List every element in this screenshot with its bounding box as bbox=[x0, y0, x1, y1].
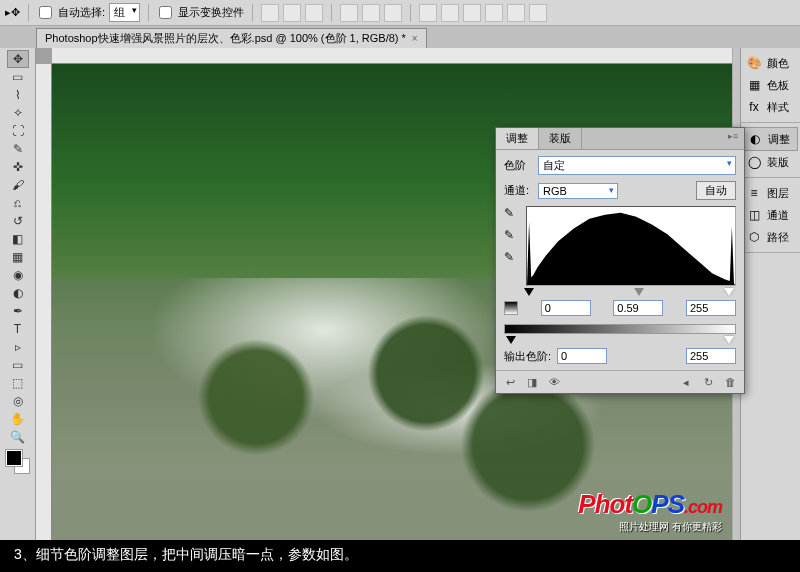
divider bbox=[28, 4, 29, 22]
align-icon[interactable] bbox=[362, 4, 380, 22]
hand-tool[interactable]: ✋ bbox=[7, 410, 29, 428]
clip-layer-icon[interactable]: ◨ bbox=[524, 375, 540, 389]
channels-panel-tab[interactable]: ◫通道 bbox=[743, 204, 798, 226]
lasso-tool[interactable]: ⌇ bbox=[7, 86, 29, 104]
input-white-field[interactable] bbox=[686, 300, 736, 316]
heal-tool[interactable]: ✜ bbox=[7, 158, 29, 176]
levels-panel[interactable]: 调整 装版 ▸≡ 色阶 自定 通道: RGB 自动 ✎ ✎ ✎ bbox=[495, 127, 745, 394]
clip-icon[interactable] bbox=[504, 301, 518, 315]
levels-body: 色阶 自定 通道: RGB 自动 ✎ ✎ ✎ bbox=[496, 150, 744, 370]
out-black-slider[interactable] bbox=[506, 336, 516, 344]
move-tool-icon: ▸✥ bbox=[4, 5, 20, 21]
path-tool[interactable]: ▹ bbox=[7, 338, 29, 356]
type-tool[interactable]: T bbox=[7, 320, 29, 338]
brush-tool[interactable]: 🖌 bbox=[7, 176, 29, 194]
masks-panel-tab[interactable]: ◯装版 bbox=[743, 151, 798, 173]
distribute-icon[interactable] bbox=[463, 4, 481, 22]
color-swatch[interactable] bbox=[6, 450, 30, 474]
distribute-icon[interactable] bbox=[507, 4, 525, 22]
paths-panel-tab[interactable]: ⬡路径 bbox=[743, 226, 798, 248]
show-transform-checkbox[interactable] bbox=[159, 6, 172, 19]
distribute-icon[interactable] bbox=[529, 4, 547, 22]
fg-color[interactable] bbox=[6, 450, 22, 466]
auto-select-dropdown[interactable]: 组 bbox=[109, 3, 140, 22]
align-icon[interactable] bbox=[283, 4, 301, 22]
layers-icon: ≡ bbox=[745, 185, 763, 201]
zoom-tool[interactable]: 🔍 bbox=[7, 428, 29, 446]
distribute-icon[interactable] bbox=[441, 4, 459, 22]
auto-button[interactable]: 自动 bbox=[696, 181, 736, 200]
align-icon[interactable] bbox=[384, 4, 402, 22]
color-panel-group: 🎨颜色 ▦色板 fx样式 bbox=[741, 48, 800, 123]
trash-icon[interactable]: 🗑 bbox=[722, 375, 738, 389]
visibility-icon[interactable]: 👁 bbox=[546, 375, 562, 389]
right-panel-column: 🎨颜色 ▦色板 fx样式 ◐调整 ◯装版 ≡图层 ◫通道 ⬡路径 bbox=[740, 48, 800, 540]
stamp-tool[interactable]: ⎌ bbox=[7, 194, 29, 212]
vertical-ruler[interactable] bbox=[36, 64, 52, 540]
channel-dropdown[interactable]: RGB bbox=[538, 183, 618, 199]
adjustments-panel-tab[interactable]: ◐调整 bbox=[743, 127, 798, 151]
align-icon[interactable] bbox=[340, 4, 358, 22]
swatches-panel-tab[interactable]: ▦色板 bbox=[743, 74, 798, 96]
eraser-tool[interactable]: ◧ bbox=[7, 230, 29, 248]
photoshop-window: ▸✥ 自动选择: 组 显示变换控件 Photoshop快速增强风景照片的层次、色… bbox=[0, 0, 800, 540]
horizontal-ruler[interactable] bbox=[52, 48, 732, 64]
channel-label: 通道: bbox=[504, 183, 534, 198]
layers-panel-group: ≡图层 ◫通道 ⬡路径 bbox=[741, 178, 800, 253]
eyedropper-tool[interactable]: ✎ bbox=[7, 140, 29, 158]
3d-camera-tool[interactable]: ◎ bbox=[7, 392, 29, 410]
crop-tool[interactable]: ⛶ bbox=[7, 122, 29, 140]
panel-menu-icon[interactable]: ▸≡ bbox=[722, 128, 744, 149]
layers-panel-tab[interactable]: ≡图层 bbox=[743, 182, 798, 204]
gamma-slider[interactable] bbox=[634, 288, 644, 296]
document-tab[interactable]: Photoshop快速增强风景照片的层次、色彩.psd @ 100% (色阶 1… bbox=[36, 28, 427, 48]
divider bbox=[331, 4, 332, 22]
reset-icon[interactable]: ↻ bbox=[700, 375, 716, 389]
move-tool[interactable]: ✥ bbox=[7, 50, 29, 68]
tab-masks[interactable]: 装版 bbox=[539, 128, 582, 149]
output-black-field[interactable] bbox=[557, 348, 607, 364]
document-tab-title: Photoshop快速增强风景照片的层次、色彩.psd @ 100% (色阶 1… bbox=[45, 31, 406, 46]
masks-icon: ◯ bbox=[745, 154, 763, 170]
prev-state-icon[interactable]: ◂ bbox=[678, 375, 694, 389]
channels-icon: ◫ bbox=[745, 207, 763, 223]
distribute-icon[interactable] bbox=[419, 4, 437, 22]
output-white-field[interactable] bbox=[686, 348, 736, 364]
dodge-tool[interactable]: ◐ bbox=[7, 284, 29, 302]
input-black-field[interactable] bbox=[541, 300, 591, 316]
history-brush-tool[interactable]: ↺ bbox=[7, 212, 29, 230]
tab-adjustments[interactable]: 调整 bbox=[496, 128, 539, 149]
options-bar: ▸✥ 自动选择: 组 显示变换控件 bbox=[0, 0, 800, 26]
black-point-slider[interactable] bbox=[524, 288, 534, 296]
align-icon[interactable] bbox=[261, 4, 279, 22]
input-gamma-field[interactable] bbox=[613, 300, 663, 316]
return-icon[interactable]: ↩ bbox=[502, 375, 518, 389]
marquee-tool[interactable]: ▭ bbox=[7, 68, 29, 86]
auto-select-checkbox[interactable] bbox=[39, 6, 52, 19]
auto-select-label: 自动选择: bbox=[58, 5, 105, 20]
levels-type-label: 色阶 bbox=[504, 158, 534, 173]
align-icon[interactable] bbox=[305, 4, 323, 22]
color-panel-tab[interactable]: 🎨颜色 bbox=[743, 52, 798, 74]
styles-panel-tab[interactable]: fx样式 bbox=[743, 96, 798, 118]
close-icon[interactable]: × bbox=[412, 33, 418, 44]
show-transform-label: 显示变换控件 bbox=[178, 5, 244, 20]
divider bbox=[410, 4, 411, 22]
blur-tool[interactable]: ◉ bbox=[7, 266, 29, 284]
levels-footer: ↩ ◨ 👁 ◂ ↻ 🗑 bbox=[496, 370, 744, 393]
distribute-icon[interactable] bbox=[485, 4, 503, 22]
levels-preset-dropdown[interactable]: 自定 bbox=[538, 156, 736, 175]
pen-tool[interactable]: ✒ bbox=[7, 302, 29, 320]
3d-tool[interactable]: ⬚ bbox=[7, 374, 29, 392]
gray-eyedropper-icon[interactable]: ✎ bbox=[504, 228, 520, 244]
histogram bbox=[526, 206, 736, 286]
out-white-slider[interactable] bbox=[724, 336, 734, 344]
gradient-tool[interactable]: ▦ bbox=[7, 248, 29, 266]
divider bbox=[252, 4, 253, 22]
black-eyedropper-icon[interactable]: ✎ bbox=[504, 206, 520, 222]
wand-tool[interactable]: ✧ bbox=[7, 104, 29, 122]
watermark-tagline: 照片处理网 有你更精彩 bbox=[578, 520, 722, 534]
white-point-slider[interactable] bbox=[724, 288, 734, 296]
white-eyedropper-icon[interactable]: ✎ bbox=[504, 250, 520, 266]
shape-tool[interactable]: ▭ bbox=[7, 356, 29, 374]
